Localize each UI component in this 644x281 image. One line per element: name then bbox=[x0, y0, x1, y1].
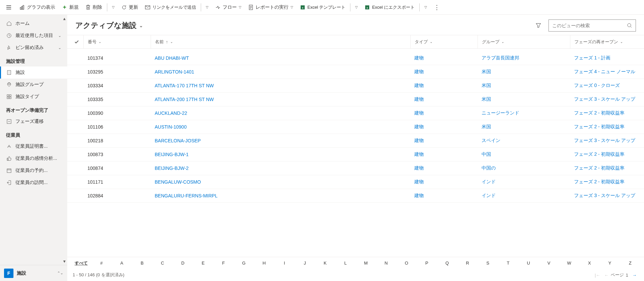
alpha-hash[interactable]: # bbox=[91, 261, 111, 266]
scroll-down-arrow[interactable]: ▾ bbox=[62, 259, 67, 264]
alpha-G[interactable]: G bbox=[234, 261, 254, 266]
cell-phase-link[interactable]: フェーズ 2 - 初期収益率 bbox=[570, 151, 644, 157]
email-link-button[interactable]: リンクをメールで送信 bbox=[142, 1, 199, 13]
cell-type-link[interactable]: 建物 bbox=[410, 69, 478, 75]
cell-group-link[interactable]: 米国 bbox=[478, 96, 570, 102]
cell-phase-link[interactable]: フェーズ 1 - 計画 bbox=[570, 55, 644, 61]
table-row[interactable]: 100873BEIJING-BJW-1建物中国フェーズ 2 - 初期収益率 bbox=[67, 148, 644, 161]
excel-template-dropdown[interactable]: ▽ bbox=[352, 1, 361, 13]
sidebar-item-facility[interactable]: 施設 bbox=[0, 66, 67, 79]
cell-phase-link[interactable]: フェーズ 0 - クローズ bbox=[570, 83, 644, 89]
cell-group-link[interactable]: ニュージーランド bbox=[478, 110, 570, 116]
cell-group-link[interactable]: スペイン bbox=[478, 138, 570, 144]
more-commands-button[interactable]: ⋮ bbox=[430, 1, 443, 13]
cell-phase-link[interactable]: フェーズ 4 - ニュー ノーマル bbox=[570, 69, 644, 75]
cell-group-link[interactable]: インド bbox=[478, 179, 570, 185]
hamburger-button[interactable] bbox=[3, 1, 15, 13]
cell-type-link[interactable]: 建物 bbox=[410, 138, 478, 144]
cell-phase-link[interactable]: フェーズ 2 - 初期収益率 bbox=[570, 124, 644, 130]
cell-name-link[interactable]: ARLINGTON-1401 bbox=[151, 69, 410, 75]
sidebar-area-switcher[interactable]: F 施設 ⌃⌄ bbox=[0, 265, 67, 281]
prev-page-button[interactable]: ← bbox=[602, 273, 611, 278]
alpha-U[interactable]: U bbox=[519, 261, 538, 266]
cell-name-link[interactable]: ATLANTA-170 17TH ST NW bbox=[151, 83, 410, 88]
flow-button[interactable]: フロー ▽ bbox=[212, 1, 245, 13]
alpha-R[interactable]: R bbox=[458, 261, 477, 266]
cell-phase-link[interactable]: フェーズ 3 - スケール アップ bbox=[570, 138, 644, 144]
table-row[interactable]: 101171BENGALUW-COSMO建物インドフェーズ 2 - 初期収益率 bbox=[67, 175, 644, 189]
alpha-N[interactable]: N bbox=[376, 261, 396, 266]
alpha-E[interactable]: E bbox=[193, 261, 213, 266]
delete-button[interactable]: 削除 bbox=[82, 1, 106, 13]
sidebar-item-home[interactable]: ホーム bbox=[0, 17, 67, 30]
sidebar-item-emp-booking[interactable]: 従業員の予約... bbox=[0, 165, 67, 177]
alpha-Z[interactable]: Z bbox=[620, 261, 640, 266]
table-row[interactable]: 100390AUCKLAND-22建物ニュージーランドフェーズ 2 - 初期収益… bbox=[67, 106, 644, 120]
cell-type-link[interactable]: 建物 bbox=[410, 83, 478, 89]
cell-group-link[interactable]: 中国 bbox=[478, 151, 570, 157]
cell-type-link[interactable]: 建物 bbox=[410, 124, 478, 130]
alpha-X[interactable]: X bbox=[580, 261, 599, 266]
cell-type-link[interactable]: 建物 bbox=[410, 193, 478, 199]
search-box[interactable] bbox=[548, 19, 636, 32]
next-page-button[interactable]: → bbox=[630, 273, 639, 278]
cell-type-link[interactable]: 建物 bbox=[410, 96, 478, 102]
cell-type-link[interactable]: 建物 bbox=[410, 151, 478, 157]
run-report-button[interactable]: レポートの実行 ▽ bbox=[245, 1, 297, 13]
alpha-M[interactable]: M bbox=[356, 261, 376, 266]
cell-group-link[interactable]: 米国 bbox=[478, 69, 570, 75]
grid-body[interactable]: 101374ABU DHABI-WT建物アラブ首長国連邦フェーズ 1 - 計画1… bbox=[67, 49, 644, 257]
show-chart-button[interactable]: グラフの表示 bbox=[16, 1, 59, 13]
excel-export-dropdown[interactable]: ▽ bbox=[421, 1, 430, 13]
cell-group-link[interactable]: 米国 bbox=[478, 124, 570, 130]
alpha-J[interactable]: J bbox=[295, 261, 314, 266]
select-all-checkbox[interactable] bbox=[70, 35, 83, 48]
table-row[interactable]: 101374ABU DHABI-WT建物アラブ首長国連邦フェーズ 1 - 計画 bbox=[67, 51, 644, 65]
sidebar-item-emp-visit[interactable]: 従業員の訪問... bbox=[0, 177, 67, 189]
refresh-button[interactable]: 更新 bbox=[118, 1, 142, 13]
cell-type-link[interactable]: 建物 bbox=[410, 165, 478, 171]
sidebar-item-facility-type[interactable]: 施設タイプ bbox=[0, 91, 67, 103]
table-row[interactable]: 100874BEIJING-BJW-2建物中国のフェーズ 2 - 初期収益率 bbox=[67, 161, 644, 175]
table-row[interactable]: 101106AUSTIN-10900建物米国フェーズ 2 - 初期収益率 bbox=[67, 120, 644, 134]
cell-name-link[interactable]: BEIJING-BJW-2 bbox=[151, 166, 410, 171]
alpha-B[interactable]: B bbox=[132, 261, 152, 266]
cell-name-link[interactable]: ABU DHABI-WT bbox=[151, 55, 410, 61]
alpha-Q[interactable]: Q bbox=[437, 261, 457, 266]
sidebar-item-emp-cert[interactable]: 従業員証明書... bbox=[0, 140, 67, 152]
cell-group-link[interactable]: 中国の bbox=[478, 165, 570, 171]
alpha-W[interactable]: W bbox=[559, 261, 579, 266]
cell-phase-link[interactable]: フェーズ 2 - 初期収益率 bbox=[570, 165, 644, 171]
filter-button[interactable] bbox=[532, 19, 544, 32]
alpha-H[interactable]: H bbox=[254, 261, 274, 266]
cell-type-link[interactable]: 建物 bbox=[410, 55, 478, 61]
alpha-F[interactable]: F bbox=[214, 261, 233, 266]
cell-name-link[interactable]: BENGALUW-COSMO bbox=[151, 179, 410, 185]
alpha-A[interactable]: A bbox=[112, 261, 131, 266]
column-header-phase[interactable]: フェーズの再オープン⌄ bbox=[570, 35, 644, 48]
cell-group-link[interactable]: インド bbox=[478, 193, 570, 199]
table-row[interactable]: 103334ATLANTA-170 17TH ST NW建物米国フェーズ 0 -… bbox=[67, 79, 644, 93]
alpha-I[interactable]: I bbox=[275, 261, 294, 266]
table-row[interactable]: 102884BENGALURU-FERNS-MIRPL建物インドフェーズ 3 -… bbox=[67, 189, 644, 203]
excel-template-button[interactable]: x Excel テンプレート bbox=[297, 1, 349, 13]
search-input[interactable] bbox=[552, 23, 627, 28]
delete-dropdown[interactable]: ▽ bbox=[109, 1, 118, 13]
cell-name-link[interactable]: ATLANTA-200 17TH ST NW bbox=[151, 97, 410, 102]
cell-name-link[interactable]: BENGALURU-FERNS-MIRPL bbox=[151, 193, 410, 198]
email-link-dropdown[interactable]: ▽ bbox=[202, 1, 212, 13]
cell-group-link[interactable]: アラブ首長国連邦 bbox=[478, 55, 570, 61]
alpha-S[interactable]: S bbox=[478, 261, 497, 266]
first-page-button[interactable]: |← bbox=[593, 273, 602, 278]
cell-name-link[interactable]: BARCELONA-JOSEP bbox=[151, 138, 410, 143]
alpha-T[interactable]: T bbox=[498, 261, 518, 266]
view-selector[interactable]: アクティブな施設 ⌄ bbox=[75, 20, 143, 31]
alpha-Y[interactable]: Y bbox=[600, 261, 619, 266]
alpha-all[interactable]: すべて bbox=[71, 260, 91, 266]
alpha-K[interactable]: K bbox=[315, 261, 335, 266]
cell-phase-link[interactable]: フェーズ 3 - スケール アップ bbox=[570, 96, 644, 102]
alpha-D[interactable]: D bbox=[173, 261, 192, 266]
table-row[interactable]: 100218BARCELONA-JOSEP建物スペインフェーズ 3 - スケール… bbox=[67, 134, 644, 148]
column-header-name[interactable]: 名前↑⌄ bbox=[151, 35, 410, 48]
sidebar-item-recent[interactable]: 最近使用した項目 ⌄ bbox=[0, 30, 67, 42]
